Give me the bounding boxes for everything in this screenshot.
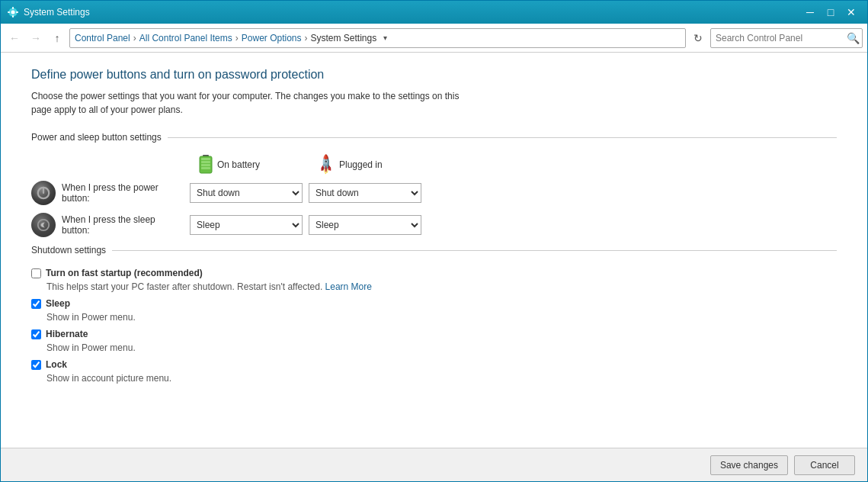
breadcrumb-dropdown-button[interactable]: ▾ (378, 28, 392, 48)
shutdown-section-header: Shutdown settings (31, 245, 837, 255)
search-button[interactable]: 🔍 (847, 32, 860, 44)
sleep-checkbox[interactable] (31, 299, 41, 309)
window: System Settings ─ □ ✕ ← → ↑ Control Pane… (0, 0, 868, 482)
lock-sub: Show in account picture menu. (46, 373, 837, 384)
svg-rect-2 (12, 7, 14, 9)
sleep-checkbox-row: Sleep (31, 298, 837, 309)
sleep-on-battery-select[interactable]: Sleep Shut down Hibernate Turn off the d… (190, 215, 303, 235)
breadcrumb: Control Panel › All Control Panel Items … (69, 28, 686, 48)
lock-checkbox-row: Lock (31, 359, 837, 370)
svg-rect-5 (16, 11, 18, 13)
shutdown-section-label: Shutdown settings (31, 245, 112, 255)
hibernate-label-bold: Hibernate (46, 329, 88, 339)
on-battery-header: On battery (199, 155, 312, 175)
bottom-bar: Save changes Cancel (1, 448, 867, 481)
on-battery-label: On battery (217, 159, 260, 170)
power-plugged-in-select[interactable]: Shut down Sleep Hibernate Turn off the d… (309, 183, 421, 203)
page-description: Choose the power settings that you want … (31, 89, 473, 117)
hibernate-checkbox-row: Hibernate (31, 329, 837, 339)
lock-label-bold: Lock (46, 359, 67, 370)
breadcrumb-power-options[interactable]: Power Options (242, 33, 302, 43)
svg-rect-8 (201, 158, 210, 160)
svg-rect-3 (12, 15, 14, 18)
hibernate-checkbox-label[interactable]: Hibernate (46, 329, 88, 339)
search-container: 🔍 (710, 28, 863, 48)
hibernate-sub: Show in Power menu. (46, 342, 837, 353)
svg-rect-11 (201, 167, 210, 169)
power-on-battery-select[interactable]: Shut down Sleep Hibernate Turn off the d… (190, 183, 303, 203)
close-button[interactable]: ✕ (841, 5, 861, 20)
column-headers: On battery 🚀 Plugged in (31, 155, 837, 175)
address-bar: ← → ↑ Control Panel › All Control Panel … (1, 24, 867, 53)
lock-checkbox-label[interactable]: Lock (46, 359, 67, 370)
breadcrumb-all-items[interactable]: All Control Panel Items (139, 33, 232, 43)
sleep-button-icon (31, 213, 56, 237)
maximize-button[interactable]: □ (821, 5, 841, 20)
power-button-label: When I press the power button: (62, 182, 184, 204)
section-divider-line (168, 137, 837, 138)
power-sleep-section-header: Power and sleep button settings (31, 132, 837, 143)
plugged-in-label: Plugged in (339, 159, 383, 170)
window-controls: ─ □ ✕ (800, 5, 861, 20)
sleep-checkbox-label[interactable]: Sleep (46, 298, 70, 309)
save-changes-button[interactable]: Save changes (710, 455, 788, 475)
power-button-row: When I press the power button: Shut down… (31, 181, 837, 205)
minimize-button[interactable]: ─ (800, 5, 820, 20)
sleep-plugged-in-select[interactable]: Sleep Shut down Hibernate Turn off the d… (309, 215, 421, 235)
forward-button[interactable]: → (27, 29, 45, 47)
up-button[interactable]: ↑ (48, 29, 66, 47)
sleep-button-label: When I press the sleep button: (62, 214, 184, 236)
fast-startup-row: Turn on fast startup (recommended) (31, 268, 837, 278)
hibernate-checkbox[interactable] (31, 329, 41, 339)
back-button[interactable]: ← (5, 29, 24, 47)
cancel-button[interactable]: Cancel (794, 455, 855, 475)
lock-checkbox[interactable] (31, 360, 41, 370)
fast-startup-label[interactable]: Turn on fast startup (recommended) (46, 268, 203, 278)
sleep-button-row: When I press the sleep button: Sleep Shu… (31, 213, 837, 237)
sleep-sub: Show in Power menu. (46, 312, 837, 323)
breadcrumb-control-panel[interactable]: Control Panel (75, 33, 130, 43)
shutdown-divider-line (112, 250, 837, 251)
breadcrumb-current: System Settings (310, 33, 376, 43)
plugged-icon: 🚀 (314, 153, 338, 176)
app-icon (7, 6, 19, 18)
plugged-in-header: 🚀 Plugged in (318, 156, 431, 173)
battery-icon (199, 155, 213, 175)
search-input[interactable] (710, 28, 863, 48)
title-bar: System Settings ─ □ ✕ (1, 1, 867, 24)
svg-rect-10 (201, 164, 210, 166)
svg-rect-9 (201, 161, 210, 163)
content-area: Define power buttons and turn on passwor… (1, 53, 867, 481)
svg-rect-4 (8, 11, 10, 13)
window-title: System Settings (24, 7, 800, 18)
svg-point-1 (11, 11, 15, 14)
fast-startup-checkbox[interactable] (31, 268, 41, 278)
page-title: Define power buttons and turn on passwor… (31, 68, 837, 82)
power-sleep-section-label: Power and sleep button settings (31, 132, 168, 143)
learn-more-link[interactable]: Learn More (325, 281, 372, 292)
fast-startup-label-bold: Turn on fast startup (recommended) (46, 268, 203, 278)
main-content: Define power buttons and turn on passwor… (1, 53, 867, 448)
refresh-button[interactable]: ↻ (689, 29, 707, 47)
sleep-label-bold: Sleep (46, 298, 70, 309)
fast-startup-sub: This helps start your PC faster after sh… (46, 281, 837, 292)
power-button-icon (31, 181, 56, 205)
